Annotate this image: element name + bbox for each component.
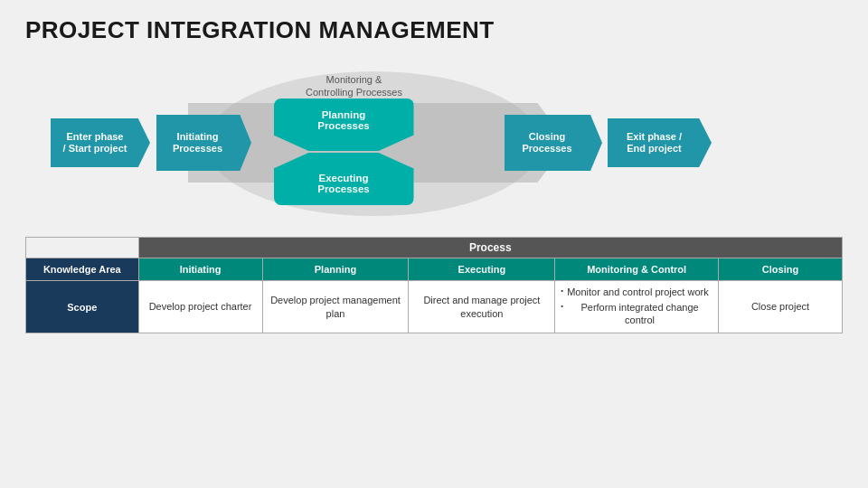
diagram-area: Monitoring & Controlling Processes Enter… <box>25 53 843 230</box>
process-table: Process Knowledge Area Initiating Planni… <box>25 237 843 333</box>
scope-closing-cell: Close project <box>718 281 842 333</box>
initiating-header: Initiating <box>138 258 262 281</box>
closing-processes-arrow: Closing Processes <box>505 115 602 171</box>
monitor-bullet-1: • Monitor and control project work <box>561 286 712 298</box>
scope-row: Scope Develop project charter Develop pr… <box>26 281 843 333</box>
ellipse-label: Monitoring & Controlling Processes <box>306 73 402 99</box>
planning-arrow: Planning Processes <box>274 99 414 151</box>
cycle-container: Planning Processes Executing Processes <box>253 85 434 219</box>
scope-label: Scope <box>26 281 139 333</box>
scope-planning-cell: Develop project management plan <box>262 281 409 333</box>
empty-header-cell <box>26 238 139 258</box>
process-header-cell: Process <box>138 238 842 258</box>
column-header-row: Knowledge Area Initiating Planning Execu… <box>26 258 843 281</box>
monitor-bullet-2: • Perform integrated change control <box>561 301 712 327</box>
scope-executing-cell: Direct and manage project execution <box>409 281 555 333</box>
bullet-icon-1: • <box>561 286 563 296</box>
page-title: PROJECT INTEGRATION MANAGEMENT <box>25 16 843 44</box>
executing-header: Executing <box>409 258 555 281</box>
knowledge-area-header: Knowledge Area <box>26 258 139 281</box>
initiating-processes-arrow: Initiating Processes <box>156 115 251 171</box>
monitoring-header: Monitoring & Control <box>555 258 719 281</box>
page: PROJECT INTEGRATION MANAGEMENT Monitorin… <box>0 0 868 488</box>
planning-header: Planning <box>262 258 409 281</box>
monitor-text-2: Perform integrated change control <box>567 301 712 327</box>
bullet-icon-2: • <box>561 302 563 311</box>
closing-header: Closing <box>718 258 842 281</box>
scope-initiating-cell: Develop project charter <box>138 281 262 333</box>
monitor-text-1: Monitor and control project work <box>567 286 709 298</box>
exit-phase-arrow: Exit phase / End project <box>608 118 712 167</box>
process-header-row: Process <box>26 238 843 258</box>
executing-arrow: Executing Processes <box>274 153 414 205</box>
enter-phase-arrow: Enter phase / Start project <box>51 118 150 167</box>
scope-monitoring-cell: • Monitor and control project work • Per… <box>555 281 719 333</box>
